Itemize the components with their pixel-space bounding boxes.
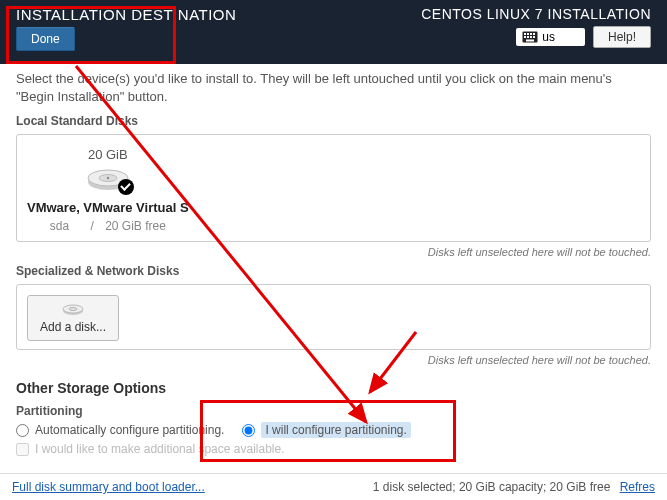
local-disks-header: Local Standard Disks [16,114,651,128]
help-button[interactable]: Help! [593,26,651,48]
svg-rect-5 [524,36,526,38]
additional-space-label: I would like to make additional space av… [35,442,284,456]
add-disk-button[interactable]: Add a disk... [27,295,119,341]
svg-rect-2 [527,33,529,35]
network-disks-header: Specialized & Network Disks [16,264,651,278]
manual-partition-label: I will configure partitioning. [261,422,410,438]
auto-partition-radio[interactable] [16,424,29,437]
disk-subinfo: sda / 20 GiB free [50,219,166,233]
local-disks-hint: Disks left unselected here will not be t… [16,246,651,258]
svg-point-16 [69,308,77,311]
svg-rect-4 [533,33,535,35]
keyboard-layout-label: us [542,30,555,44]
summary-link[interactable]: Full disk summary and boot loader... [12,480,205,494]
footer-bar: Full disk summary and boot loader... 1 d… [0,473,667,500]
network-disks-hint: Disks left unselected here will not be t… [16,354,651,366]
keyboard-icon [522,31,538,43]
partitioning-subtitle: Partitioning [16,404,651,418]
auto-partition-label: Automatically configure partitioning. [35,423,224,437]
refresh-link[interactable]: Refres [620,480,655,494]
disk-free: 20 GiB free [105,219,166,233]
svg-rect-7 [530,36,532,38]
keyboard-layout-indicator[interactable]: us [516,28,585,46]
selected-checkmark-icon [118,179,134,195]
done-button[interactable]: Done [16,27,75,51]
additional-space-row[interactable]: I would like to make additional space av… [16,442,651,456]
svg-rect-3 [530,33,532,35]
page-title: INSTALLATION DESTINATION [16,6,236,23]
disk-device: sda [50,219,69,233]
hard-disk-icon [86,164,130,192]
top-bar: INSTALLATION DESTINATION Done CENTOS LIN… [0,0,667,64]
disk-size: 20 GiB [88,147,128,162]
disk-name: VMware, VMware Virtual S [27,200,189,215]
auto-partition-row[interactable]: Automatically configure partitioning. I … [16,422,651,438]
hard-disk-small-icon [62,302,84,316]
add-disk-label: Add a disk... [40,320,106,334]
footer-status: 1 disk selected; 20 GiB capacity; 20 GiB… [373,480,610,494]
manual-partition-radio[interactable] [242,424,255,437]
local-disks-container: 20 GiB VMware, VMware Virtual S sda / 20… [16,134,651,242]
additional-space-checkbox [16,443,29,456]
svg-rect-1 [524,33,526,35]
intro-text: Select the device(s) you'd like to insta… [16,70,651,106]
svg-rect-9 [526,40,534,42]
svg-rect-8 [533,36,535,38]
installer-title: CENTOS LINUX 7 INSTALLATION [421,6,651,22]
disk-card[interactable]: 20 GiB VMware, VMware Virtual S sda / 20… [27,147,189,233]
disk-separator: / [90,219,93,233]
svg-point-13 [107,177,109,179]
network-disks-container: Add a disk... [16,284,651,350]
svg-rect-6 [527,36,529,38]
other-storage-title: Other Storage Options [16,380,651,396]
